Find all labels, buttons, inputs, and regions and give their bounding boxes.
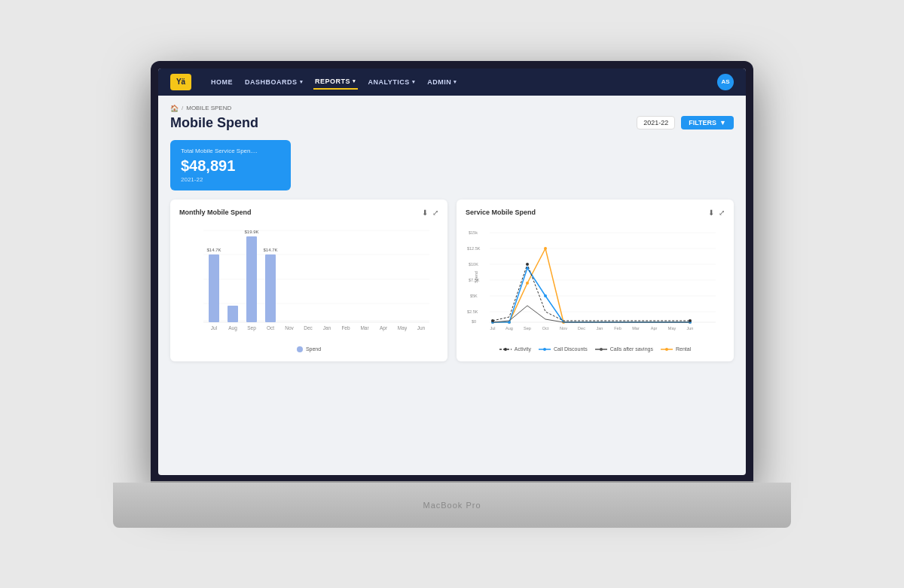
svg-text:Sep: Sep bbox=[524, 326, 531, 331]
svg-rect-11 bbox=[265, 254, 276, 322]
svg-text:Oct: Oct bbox=[267, 325, 274, 331]
svg-text:Jun: Jun bbox=[687, 326, 694, 331]
svg-point-55 bbox=[544, 247, 547, 250]
svg-text:May: May bbox=[668, 326, 676, 331]
svg-text:Apr: Apr bbox=[651, 326, 658, 331]
kpi-card: Total Mobile Service Spen.... $48,891 20… bbox=[170, 140, 291, 190]
chevron-down-icon: ▾ bbox=[412, 79, 416, 85]
svg-text:$19.9K: $19.9K bbox=[244, 230, 258, 234]
service-spend-chart: Service Mobile Spend ⬇ ⤢ $15k $12.5K bbox=[457, 200, 734, 361]
year-badge[interactable]: 2021-22 bbox=[637, 116, 675, 129]
chart-header: Monthly Mobile Spend ⬇ ⤢ bbox=[179, 209, 438, 217]
line-chart-area: $15k $12.5K $10K $7.5K $5K $2.5K $0 Spen… bbox=[466, 223, 725, 343]
chart-legend: Spend bbox=[179, 346, 438, 352]
chart-actions: ⬇ ⤢ bbox=[422, 209, 438, 217]
laptop-frame: Yä HOME DASHBOARDS ▾ REPORTS ▾ AN bbox=[113, 61, 791, 528]
svg-text:$2.5K: $2.5K bbox=[467, 309, 478, 314]
navigation-bar: Yä HOME DASHBOARDS ▾ REPORTS ▾ AN bbox=[158, 69, 746, 96]
svg-text:$0: $0 bbox=[472, 319, 476, 324]
legend-callssavings-icon bbox=[595, 346, 607, 352]
svg-text:Jun: Jun bbox=[417, 325, 426, 331]
nav-items: HOME DASHBOARDS ▾ REPORTS ▾ ANALYTICS ▾ bbox=[209, 75, 705, 90]
svg-point-64 bbox=[526, 263, 529, 266]
svg-text:Aug: Aug bbox=[505, 326, 513, 331]
svg-text:Jan: Jan bbox=[597, 326, 603, 331]
svg-rect-8 bbox=[228, 306, 238, 322]
expand-icon[interactable]: ⤢ bbox=[432, 209, 438, 217]
svg-text:May: May bbox=[398, 325, 408, 331]
svg-text:Oct: Oct bbox=[542, 326, 549, 331]
logo[interactable]: Yä bbox=[170, 74, 191, 90]
screen-bezel: Yä HOME DASHBOARDS ▾ REPORTS ▾ AN bbox=[151, 61, 753, 483]
svg-point-69 bbox=[543, 348, 546, 351]
svg-point-61 bbox=[544, 294, 547, 297]
nav-item-home[interactable]: HOME bbox=[209, 75, 234, 89]
laptop-base bbox=[113, 483, 791, 528]
page-title: Mobile Spend bbox=[170, 115, 258, 131]
svg-text:Aug: Aug bbox=[228, 325, 237, 331]
svg-text:Jan: Jan bbox=[323, 325, 331, 331]
svg-point-71 bbox=[600, 348, 603, 351]
legend-item-rental: Rental bbox=[661, 346, 691, 352]
monthly-spend-chart: Monthly Mobile Spend ⬇ ⤢ bbox=[170, 200, 447, 361]
download-icon[interactable]: ⬇ bbox=[422, 209, 428, 217]
line-chart-legend: Activity Call Discounts bbox=[466, 346, 725, 352]
charts-row: Monthly Mobile Spend ⬇ ⤢ bbox=[170, 200, 734, 361]
service-chart-actions: ⬇ ⤢ bbox=[708, 209, 725, 217]
svg-point-54 bbox=[526, 282, 529, 285]
chevron-down-icon: ▾ bbox=[300, 79, 304, 85]
svg-point-65 bbox=[689, 319, 692, 322]
legend-item-activity: Activity bbox=[499, 346, 531, 352]
svg-text:$10K: $10K bbox=[469, 262, 478, 267]
svg-text:Sep: Sep bbox=[247, 325, 256, 331]
svg-text:Feb: Feb bbox=[614, 326, 621, 331]
svg-text:$14.7K: $14.7K bbox=[206, 248, 221, 252]
service-chart-header: Service Mobile Spend ⬇ ⤢ bbox=[466, 209, 725, 217]
svg-text:Apr: Apr bbox=[380, 325, 388, 331]
nav-item-reports[interactable]: REPORTS ▾ bbox=[313, 75, 358, 90]
nav-item-dashboards[interactable]: DASHBOARDS ▾ bbox=[243, 75, 304, 89]
svg-rect-9 bbox=[246, 236, 257, 322]
page-header: Mobile Spend 2021-22 FILTERS ▼ bbox=[170, 115, 734, 131]
svg-text:Jul: Jul bbox=[490, 326, 495, 331]
download-icon[interactable]: ⬇ bbox=[708, 209, 714, 217]
legend-calldiscount-icon bbox=[539, 346, 551, 352]
chevron-down-icon: ▾ bbox=[353, 78, 356, 84]
header-actions: 2021-22 FILTERS ▼ bbox=[637, 116, 734, 129]
breadcrumb: 🏠 / MOBILE SPEND bbox=[170, 105, 734, 112]
legend-label-spend: Spend bbox=[306, 346, 321, 352]
kpi-period: 2021-22 bbox=[181, 176, 280, 183]
kpi-title: Total Mobile Service Spen.... bbox=[181, 148, 280, 154]
svg-text:Mar: Mar bbox=[360, 325, 369, 331]
filters-button[interactable]: FILTERS ▼ bbox=[681, 116, 734, 129]
user-avatar[interactable]: AS bbox=[717, 74, 734, 90]
screen-content: Yä HOME DASHBOARDS ▾ REPORTS ▾ AN bbox=[158, 69, 746, 475]
svg-text:Mar: Mar bbox=[632, 326, 640, 331]
svg-text:$12.5K: $12.5K bbox=[467, 246, 481, 251]
svg-point-67 bbox=[504, 348, 507, 351]
legend-rental-icon bbox=[661, 346, 673, 352]
svg-text:Spend: Spend bbox=[474, 271, 478, 283]
legend-item-call-discounts: Call Discounts bbox=[539, 346, 588, 352]
svg-text:$5K: $5K bbox=[470, 294, 478, 298]
filter-icon: ▼ bbox=[719, 119, 726, 126]
legend-item-spend: Spend bbox=[297, 346, 321, 352]
expand-icon[interactable]: ⤢ bbox=[719, 209, 725, 217]
bar-chart-svg: $14.7K $19.9K $ bbox=[179, 223, 438, 343]
svg-text:$14.7K: $14.7K bbox=[263, 248, 277, 252]
nav-item-admin[interactable]: ADMIN ▾ bbox=[426, 75, 459, 89]
nav-item-analytics[interactable]: ANALYTICS ▾ bbox=[367, 75, 417, 89]
kpi-value: $48,891 bbox=[181, 157, 280, 175]
home-icon[interactable]: 🏠 bbox=[170, 105, 179, 112]
svg-text:Dec: Dec bbox=[578, 326, 585, 331]
legend-activity-icon bbox=[499, 346, 512, 352]
svg-text:Jul: Jul bbox=[211, 325, 218, 331]
legend-item-calls-after-savings: Calls after savings bbox=[595, 346, 653, 352]
svg-text:Feb: Feb bbox=[341, 325, 350, 331]
page-content: 🏠 / MOBILE SPEND Mobile Spend 2021-22 FI… bbox=[158, 96, 746, 475]
monthly-chart-title: Monthly Mobile Spend bbox=[179, 209, 252, 216]
line-chart-svg: $15k $12.5K $10K $7.5K $5K $2.5K $0 Spen… bbox=[466, 223, 725, 343]
svg-text:Nov: Nov bbox=[560, 326, 567, 331]
svg-point-73 bbox=[665, 348, 668, 351]
svg-text:Nov: Nov bbox=[285, 325, 294, 331]
